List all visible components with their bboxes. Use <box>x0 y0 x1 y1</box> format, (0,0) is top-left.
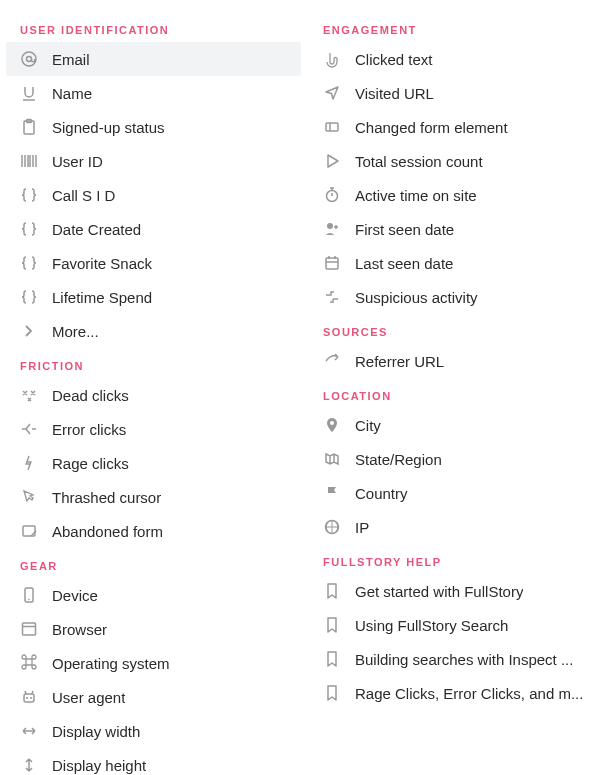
menu-item[interactable]: Get started with FullStory <box>309 574 604 608</box>
menu-item[interactable]: User ID <box>6 144 301 178</box>
suspicious-icon <box>323 288 341 306</box>
menu-item[interactable]: State/Region <box>309 442 604 476</box>
menu-item[interactable]: Total session count <box>309 144 604 178</box>
menu-item[interactable]: Lifetime Spend <box>6 280 301 314</box>
bookmark-icon <box>323 650 341 668</box>
menu-item[interactable]: Active time on site <box>309 178 604 212</box>
menu-item[interactable]: Date Created <box>6 212 301 246</box>
bookmark-icon <box>323 582 341 600</box>
dead-click-icon <box>20 386 38 404</box>
menu-item-label: Clicked text <box>355 51 433 68</box>
menu-item[interactable]: Clicked text <box>309 42 604 76</box>
menu-item[interactable]: User agent <box>6 680 301 714</box>
menu-item[interactable]: Abandoned form <box>6 514 301 548</box>
error-click-icon <box>20 420 38 438</box>
menu-item-label: Browser <box>52 621 107 638</box>
map-icon <box>323 450 341 468</box>
menu-item[interactable]: City <box>309 408 604 442</box>
barcode-icon <box>20 152 38 170</box>
menu-item[interactable]: IP <box>309 510 604 544</box>
section-title-engagement: ENGAGEMENT <box>309 12 604 42</box>
menu-item[interactable]: Rage clicks <box>6 446 301 480</box>
bookmark-icon <box>323 684 341 702</box>
right-column: ENGAGEMENTClicked textVisited URLChanged… <box>309 12 604 775</box>
menu-item[interactable]: Thrashed cursor <box>6 480 301 514</box>
menu-item-label: Abandoned form <box>52 523 163 540</box>
menu-item[interactable]: Signed-up status <box>6 110 301 144</box>
menu-item-label: Device <box>52 587 98 604</box>
clipboard-icon <box>20 118 38 136</box>
braces-icon <box>20 288 38 306</box>
left-column: USER IDENTIFICATIONEmailNameSigned-up st… <box>6 12 301 775</box>
rage-click-icon <box>20 454 38 472</box>
menu-item-label: Changed form element <box>355 119 508 136</box>
menu-item[interactable]: Last seen date <box>309 246 604 280</box>
stopwatch-icon <box>323 186 341 204</box>
filter-menu: USER IDENTIFICATIONEmailNameSigned-up st… <box>0 0 610 775</box>
menu-item[interactable]: Using FullStory Search <box>309 608 604 642</box>
menu-item[interactable]: Operating system <box>6 646 301 680</box>
menu-item[interactable]: Call S I D <box>6 178 301 212</box>
pin-icon <box>323 416 341 434</box>
menu-item-label: Country <box>355 485 408 502</box>
menu-item[interactable]: Name <box>6 76 301 110</box>
menu-item[interactable]: Error clicks <box>6 412 301 446</box>
menu-item[interactable]: Referrer URL <box>309 344 604 378</box>
menu-item-label: Lifetime Spend <box>52 289 152 306</box>
menu-item-label: Display width <box>52 723 140 740</box>
menu-item[interactable]: Display height <box>6 748 301 775</box>
menu-item[interactable]: Browser <box>6 612 301 646</box>
menu-item[interactable]: Suspicious activity <box>309 280 604 314</box>
device-icon <box>20 586 38 604</box>
menu-item-label: State/Region <box>355 451 442 468</box>
at-icon <box>20 50 38 68</box>
menu-item-label: Thrashed cursor <box>52 489 161 506</box>
menu-item-label: Get started with FullStory <box>355 583 523 600</box>
menu-item[interactable]: Country <box>309 476 604 510</box>
user-date-icon <box>323 220 341 238</box>
menu-item-label: Referrer URL <box>355 353 444 370</box>
menu-item-label: First seen date <box>355 221 454 238</box>
menu-item[interactable]: Building searches with Inspect ... <box>309 642 604 676</box>
menu-item-label: Dead clicks <box>52 387 129 404</box>
menu-item[interactable]: Display width <box>6 714 301 748</box>
menu-item-label: Call S I D <box>52 187 115 204</box>
pointer-icon <box>323 50 341 68</box>
menu-item-label: City <box>355 417 381 434</box>
abandoned-form-icon <box>20 522 38 540</box>
menu-item-label: User agent <box>52 689 125 706</box>
calendar-icon <box>323 254 341 272</box>
menu-item-label: Active time on site <box>355 187 477 204</box>
menu-item-label: Favorite Snack <box>52 255 152 272</box>
height-icon <box>20 756 38 774</box>
braces-icon <box>20 254 38 272</box>
browser-icon <box>20 620 38 638</box>
menu-item[interactable]: Visited URL <box>309 76 604 110</box>
menu-item-label: Name <box>52 85 92 102</box>
braces-icon <box>20 186 38 204</box>
menu-item-label: Visited URL <box>355 85 434 102</box>
menu-item-label: Email <box>52 51 90 68</box>
navigation-icon <box>323 84 341 102</box>
menu-item[interactable]: Changed form element <box>309 110 604 144</box>
menu-item-label: Total session count <box>355 153 483 170</box>
menu-item[interactable]: Rage Clicks, Error Clicks, and m... <box>309 676 604 710</box>
menu-item[interactable]: Favorite Snack <box>6 246 301 280</box>
menu-item-label: User ID <box>52 153 103 170</box>
menu-item-label: Rage clicks <box>52 455 129 472</box>
menu-item[interactable]: Email <box>6 42 301 76</box>
globe-icon <box>323 518 341 536</box>
menu-item[interactable]: More... <box>6 314 301 348</box>
underline-icon <box>20 84 38 102</box>
section-title-location: LOCATION <box>309 378 604 408</box>
command-icon <box>20 654 38 672</box>
menu-item[interactable]: Device <box>6 578 301 612</box>
menu-item[interactable]: Dead clicks <box>6 378 301 412</box>
form-change-icon <box>323 118 341 136</box>
menu-item-label: Rage Clicks, Error Clicks, and m... <box>355 685 583 702</box>
menu-item[interactable]: First seen date <box>309 212 604 246</box>
section-title-user-identification: USER IDENTIFICATION <box>6 12 301 42</box>
section-title-friction: FRICTION <box>6 348 301 378</box>
section-title-fullstory-help: FULLSTORY HELP <box>309 544 604 574</box>
robot-icon <box>20 688 38 706</box>
